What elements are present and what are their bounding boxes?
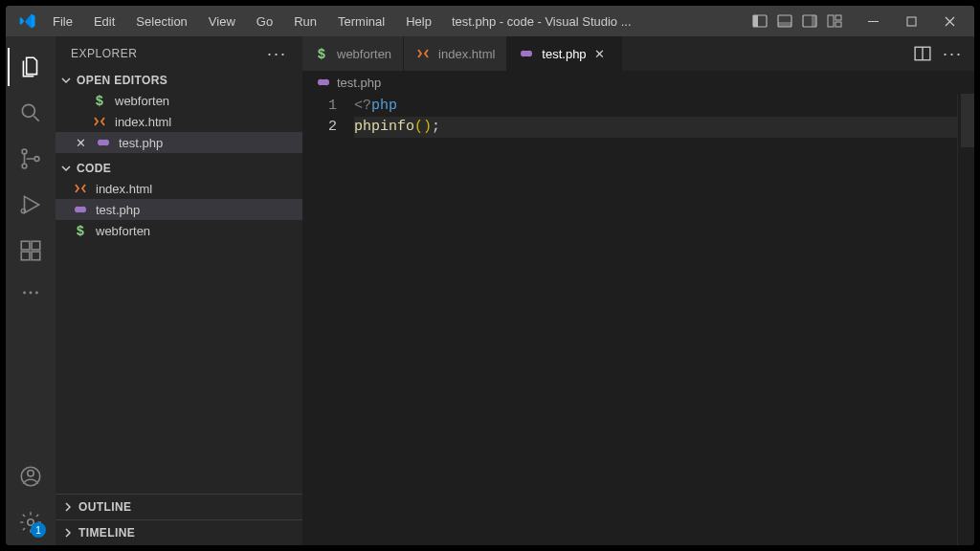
outline-label: OUTLINE [78, 500, 131, 514]
menu-selection[interactable]: Selection [127, 11, 195, 33]
maximize-button[interactable] [892, 6, 930, 36]
tab-label: index.html [438, 47, 495, 61]
menu-edit[interactable]: Edit [85, 11, 123, 33]
editor-actions: ··· [902, 36, 974, 71]
window-controls [854, 6, 969, 36]
dollar-icon: $ [314, 46, 329, 61]
activity-bar: 1 [6, 36, 56, 545]
source-control-icon[interactable] [8, 136, 54, 182]
run-debug-icon[interactable] [8, 182, 54, 228]
svg-rect-10 [907, 17, 916, 26]
extensions-icon[interactable] [8, 228, 54, 274]
svg-point-22 [35, 292, 38, 295]
close-tab-icon[interactable]: ✕ [594, 47, 610, 61]
chevron-down-icon [59, 162, 73, 175]
editor-more-icon[interactable]: ··· [943, 44, 963, 64]
toggle-sidebar-icon[interactable] [752, 13, 768, 29]
open-editor-item[interactable]: $ webforten [56, 90, 302, 111]
svg-rect-18 [32, 252, 40, 260]
close-editor-icon[interactable]: ✕ [73, 136, 88, 150]
explorer-icon[interactable] [8, 44, 54, 90]
php-icon [519, 46, 534, 61]
svg-point-12 [22, 149, 27, 154]
open-editors-section[interactable]: OPEN EDITORS [56, 71, 302, 90]
title-bar: File Edit Selection View Go Run Terminal… [6, 6, 974, 36]
breadcrumb-label: test.php [337, 76, 381, 90]
code-editor[interactable]: 1 2 <?php phpinfo(); [302, 94, 974, 545]
chevron-down-icon [59, 74, 73, 87]
php-icon [96, 135, 111, 150]
sidebar-header: EXPLORER ··· [56, 36, 302, 71]
menu-run[interactable]: Run [285, 11, 325, 33]
chevron-right-icon [61, 500, 75, 514]
file-item[interactable]: index.html [56, 178, 302, 199]
sidebar: EXPLORER ··· OPEN EDITORS $ webforten in… [56, 36, 302, 545]
accounts-icon[interactable] [8, 453, 54, 499]
search-icon[interactable] [8, 90, 54, 136]
menu-terminal[interactable]: Terminal [329, 11, 393, 33]
toggle-secondary-sidebar-icon[interactable] [802, 13, 817, 29]
svg-rect-6 [828, 15, 834, 27]
html-icon [73, 181, 88, 196]
code-section-label: CODE [77, 162, 111, 175]
code-line: <?php [354, 96, 957, 117]
svg-rect-19 [32, 241, 40, 250]
split-editor-icon[interactable] [914, 45, 931, 62]
svg-text:$: $ [318, 47, 325, 60]
vscode-logo-icon [19, 12, 36, 30]
sidebar-more-icon[interactable]: ··· [267, 44, 287, 64]
toggle-panel-icon[interactable] [777, 13, 792, 29]
minimize-button[interactable] [854, 6, 892, 36]
file-name: webforten [115, 94, 169, 108]
breadcrumb[interactable]: test.php [302, 71, 974, 94]
tab-test-php[interactable]: test.php ✕ [507, 36, 621, 71]
menu-help[interactable]: Help [397, 11, 440, 33]
menu-go[interactable]: Go [248, 11, 281, 33]
chevron-right-icon [61, 526, 75, 540]
code-content[interactable]: <?php phpinfo(); [354, 94, 957, 545]
timeline-section[interactable]: TIMELINE [56, 519, 302, 545]
code-files-list: index.html test.php $ webforten [56, 178, 302, 247]
open-editors-list: $ webforten index.html ✕ test.php [56, 90, 302, 159]
svg-rect-16 [21, 241, 30, 250]
svg-text:$: $ [96, 94, 103, 107]
close-button[interactable] [930, 6, 969, 36]
file-item[interactable]: test.php [56, 199, 302, 220]
php-icon [73, 202, 88, 217]
svg-rect-7 [835, 15, 841, 20]
file-item[interactable]: $ webforten [56, 220, 302, 241]
svg-rect-8 [835, 22, 841, 27]
tab-index-html[interactable]: index.html [404, 36, 507, 71]
layout-controls [752, 13, 842, 29]
code-section[interactable]: CODE [56, 159, 302, 178]
outline-section[interactable]: OUTLINE [56, 494, 302, 519]
minimap[interactable] [957, 94, 974, 545]
svg-text:$: $ [77, 224, 84, 237]
svg-point-21 [30, 292, 33, 295]
svg-rect-29 [100, 140, 107, 145]
svg-rect-42 [320, 79, 327, 85]
php-icon [316, 75, 331, 90]
file-name: index.html [115, 115, 171, 129]
tab-webforten[interactable]: $ webforten [302, 36, 404, 71]
settings-gear-icon[interactable]: 1 [8, 499, 54, 545]
line-number: 2 [302, 117, 337, 138]
menu-file[interactable]: File [44, 11, 81, 33]
window-title: test.php - code - Visual Studio ... [452, 14, 752, 29]
html-icon [92, 114, 107, 129]
menu-view[interactable]: View [200, 11, 244, 33]
tab-label: webforten [337, 47, 391, 61]
code-line: phpinfo(); [354, 117, 957, 138]
svg-rect-3 [778, 22, 791, 27]
file-name: index.html [96, 182, 152, 196]
svg-point-11 [22, 104, 34, 117]
line-number: 1 [302, 96, 337, 117]
customize-layout-icon[interactable] [827, 13, 842, 29]
open-editor-item[interactable]: ✕ test.php [56, 132, 302, 153]
more-icon[interactable] [8, 274, 54, 312]
open-editors-label: OPEN EDITORS [77, 74, 167, 87]
svg-point-13 [22, 164, 27, 168]
svg-rect-17 [21, 252, 30, 260]
svg-point-24 [28, 471, 34, 477]
open-editor-item[interactable]: index.html [56, 111, 302, 132]
